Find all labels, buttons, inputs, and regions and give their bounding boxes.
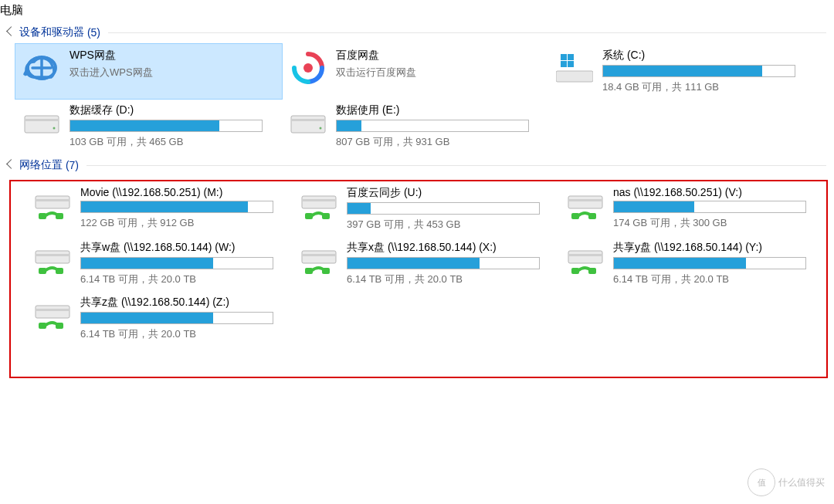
svg-rect-18 <box>302 196 336 208</box>
capacity-bar-fill <box>81 201 248 212</box>
drive-title: 共享x盘 (\\192.168.50.144) (X:) <box>347 241 554 255</box>
network-grid: Movie (\\192.168.50.251) (M:)122 GB 可用，共… <box>11 181 826 346</box>
group-header-network[interactable]: 网络位置 (7) <box>0 154 834 177</box>
svg-rect-19 <box>302 199 336 201</box>
group-count: (7) <box>66 159 79 171</box>
drive-title: 百度网盘 <box>336 49 544 63</box>
drive-icon <box>31 296 74 334</box>
drive-item[interactable]: 数据缓存 (D:)103 GB 可用，共 465 GB <box>15 99 282 154</box>
drive-icon <box>31 186 74 225</box>
svg-rect-38 <box>36 306 70 318</box>
svg-rect-6 <box>561 61 567 67</box>
svg-rect-27 <box>36 254 70 256</box>
group-header-devices[interactable]: 设备和驱动器 (5) <box>0 21 834 44</box>
network-drive-item[interactable]: 共享x盘 (\\192.168.50.144) (X:)6.14 TB 可用，共… <box>293 236 559 291</box>
svg-rect-37 <box>588 268 596 274</box>
drive-subtitle: 双击进入WPS网盘 <box>70 66 277 79</box>
capacity-bar <box>336 120 529 132</box>
svg-rect-35 <box>568 254 602 256</box>
svg-rect-30 <box>302 251 336 263</box>
drive-subtitle: 103 GB 可用，共 465 GB <box>70 135 277 149</box>
drive-info: 共享x盘 (\\192.168.50.144) (X:)6.14 TB 可用，共… <box>347 241 554 286</box>
network-drive-item[interactable]: 共享w盘 (\\192.168.50.144) (W:)6.14 TB 可用，共… <box>26 236 293 291</box>
drive-item[interactable]: 百度网盘双击运行百度网盘 <box>282 44 548 99</box>
svg-point-13 <box>320 127 322 130</box>
network-drive-item[interactable]: 共享z盘 (\\192.168.50.144) (Z:)6.14 TB 可用，共… <box>26 291 293 346</box>
drive-icon <box>31 241 74 279</box>
drive-item[interactable]: WPS网盘双击进入WPS网盘 <box>15 44 282 99</box>
svg-rect-15 <box>36 199 70 201</box>
drive-info: 共享w盘 (\\192.168.50.144) (W:)6.14 TB 可用，共… <box>80 241 288 286</box>
capacity-bar-fill <box>603 66 762 76</box>
svg-rect-8 <box>25 116 59 133</box>
group-label: 网络位置 <box>19 158 63 172</box>
drive-subtitle: 6.14 TB 可用，共 20.0 TB <box>347 272 554 286</box>
location-label: 电脑 <box>0 3 23 16</box>
drive-item[interactable]: 系统 (C:)18.4 GB 可用，共 111 GB <box>548 44 815 99</box>
svg-rect-9 <box>25 119 59 121</box>
svg-rect-14 <box>36 196 70 208</box>
drive-subtitle: 18.4 GB 可用，共 111 GB <box>602 80 810 94</box>
drive-title: 共享w盘 (\\192.168.50.144) (W:) <box>80 241 288 255</box>
drive-info: nas (\\192.168.50.251) (V:)174 GB 可用，共 3… <box>613 186 821 230</box>
drive-icon <box>564 186 607 225</box>
drive-subtitle: 122 GB 可用，共 912 GB <box>80 216 288 230</box>
svg-rect-41 <box>56 323 63 329</box>
drive-title: WPS网盘 <box>70 49 277 63</box>
drive-info: 数据使用 (E:)807 GB 可用，共 931 GB <box>336 103 544 149</box>
svg-rect-26 <box>36 251 70 263</box>
capacity-bar <box>613 201 806 213</box>
drive-subtitle: 6.14 TB 可用，共 20.0 TB <box>613 272 821 286</box>
group-label: 设备和驱动器 <box>19 25 84 39</box>
drive-title: Movie (\\192.168.50.251) (M:) <box>80 186 288 198</box>
svg-rect-21 <box>322 213 330 219</box>
svg-rect-22 <box>568 196 602 208</box>
drive-subtitle: 双击运行百度网盘 <box>336 66 544 79</box>
svg-rect-25 <box>588 213 596 219</box>
network-drive-item[interactable]: 百度云同步 (U:)397 GB 可用，共 453 GB <box>293 181 559 236</box>
svg-rect-5 <box>568 54 574 60</box>
drive-info: 共享z盘 (\\192.168.50.144) (Z:)6.14 TB 可用，共… <box>80 296 288 341</box>
drive-item[interactable]: 数据使用 (E:)807 GB 可用，共 931 GB <box>282 99 548 154</box>
drive-icon <box>286 49 330 87</box>
drive-icon <box>553 49 596 87</box>
group-divider <box>86 165 826 166</box>
capacity-bar <box>80 257 273 269</box>
svg-rect-4 <box>561 54 567 60</box>
svg-point-10 <box>53 127 56 130</box>
network-drive-item[interactable]: 共享y盘 (\\192.168.50.144) (Y:)6.14 TB 可用，共… <box>559 236 826 291</box>
highlight-box: Movie (\\192.168.50.251) (M:)122 GB 可用，共… <box>9 180 828 378</box>
capacity-bar-fill <box>614 258 746 269</box>
capacity-bar-fill <box>348 203 371 214</box>
drive-info: 百度网盘双击运行百度网盘 <box>336 49 544 79</box>
network-drive-item[interactable]: Movie (\\192.168.50.251) (M:)122 GB 可用，共… <box>26 181 293 236</box>
capacity-bar <box>70 120 263 132</box>
capacity-bar <box>347 257 540 269</box>
network-drive-item[interactable]: nas (\\192.168.50.251) (V:)174 GB 可用，共 3… <box>559 181 826 236</box>
capacity-bar <box>613 257 806 269</box>
drive-icon <box>20 49 63 87</box>
drive-icon <box>297 241 341 279</box>
location-header: 电脑 <box>0 0 834 21</box>
group-count: (5) <box>87 26 100 39</box>
drive-icon <box>20 103 63 142</box>
drive-subtitle: 6.14 TB 可用，共 20.0 TB <box>80 272 288 286</box>
drive-info: 数据缓存 (D:)103 GB 可用，共 465 GB <box>70 103 277 149</box>
drive-title: 数据使用 (E:) <box>336 103 544 117</box>
svg-rect-34 <box>568 251 602 263</box>
drive-subtitle: 807 GB 可用，共 931 GB <box>336 135 544 149</box>
drive-info: 共享y盘 (\\192.168.50.144) (Y:)6.14 TB 可用，共… <box>613 241 821 286</box>
svg-rect-3 <box>556 71 593 82</box>
drive-subtitle: 397 GB 可用，共 453 GB <box>347 218 554 232</box>
capacity-bar-fill <box>81 258 213 269</box>
group-divider <box>108 32 826 33</box>
svg-rect-17 <box>56 213 63 219</box>
drive-icon <box>564 241 607 279</box>
drive-title: 系统 (C:) <box>602 49 810 63</box>
chevron-down-icon <box>6 159 16 169</box>
drive-title: 百度云同步 (U:) <box>347 186 554 200</box>
capacity-bar-fill <box>614 201 694 212</box>
drive-subtitle: 174 GB 可用，共 300 GB <box>613 216 821 230</box>
capacity-bar-fill <box>337 120 361 131</box>
drive-title: 共享z盘 (\\192.168.50.144) (Z:) <box>80 296 288 310</box>
